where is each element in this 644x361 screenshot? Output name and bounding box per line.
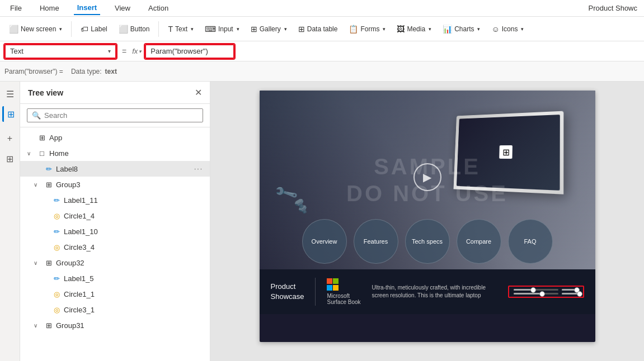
text-button[interactable]: T Text ▾ <box>163 22 198 36</box>
ms-logo-yellow <box>333 285 339 291</box>
tree-item-group31[interactable]: ∨ ⊞ Group31 <box>20 317 210 333</box>
more-options-icon[interactable]: ··· <box>194 165 203 173</box>
menu-bar: File Home Insert View Action Product Sho… <box>0 0 644 17</box>
slider-thumb-2b[interactable] <box>577 291 582 297</box>
forms-button[interactable]: 📋 Forms ▾ <box>344 22 390 36</box>
hamburger-icon[interactable]: ☰ <box>2 86 18 102</box>
formula-value: Param("browser") <box>151 47 208 55</box>
ms-branding: MicrosoftSurface Book <box>327 278 360 305</box>
sidebar-search: 🔍 <box>20 104 210 127</box>
info-data-type-value: text <box>105 68 117 75</box>
search-icon: 🔍 <box>32 111 41 120</box>
data-icon[interactable]: ⊞ <box>2 151 18 167</box>
sidebar: Tree view ✕ 🔍 ⊞ App ∨ □ Home <box>20 82 210 361</box>
fx-dropdown-icon[interactable]: ▾ <box>139 49 142 54</box>
nav-features[interactable]: Features <box>354 219 398 264</box>
tree-item-app[interactable]: ⊞ App <box>20 130 210 145</box>
plus-icon[interactable]: + <box>2 131 18 146</box>
sidebar-header: Tree view ✕ <box>20 82 210 104</box>
menu-file[interactable]: File <box>7 2 25 15</box>
button-button[interactable]: ⬜ Button <box>114 22 154 36</box>
product-title: Product Showcase <box>271 282 304 302</box>
play-button[interactable]: ▶ <box>413 163 441 191</box>
formula-bar: Text ▾ = fx ▾ Param("browser") <box>0 41 644 61</box>
label-button[interactable]: 🏷 Label <box>76 22 111 36</box>
data-table-icon: ⊞ <box>298 25 305 34</box>
layers-icon[interactable]: ⊞ <box>2 106 18 122</box>
nav-overview[interactable]: Overview <box>302 219 347 264</box>
tree-item-label1-11[interactable]: ✏ Label1_11 <box>20 192 210 208</box>
text-dropdown-icon: ▾ <box>191 26 194 32</box>
formula-fx[interactable]: fx ▾ <box>132 47 142 55</box>
toolbar-separator-2 <box>158 21 159 37</box>
chevron-icon: ∨ <box>34 260 41 266</box>
media-dropdown-icon: ▾ <box>429 26 431 32</box>
group-icon: ⊞ <box>44 321 54 330</box>
property-selector[interactable]: Text ▾ <box>4 44 116 59</box>
search-input[interactable] <box>44 111 198 120</box>
tree-item-group3[interactable]: ∨ ⊞ Group3 <box>20 177 210 192</box>
input-icon: ⌨ <box>205 25 216 34</box>
label-icon: ✏ <box>51 227 62 236</box>
slider-controls <box>508 286 584 298</box>
tools-decoration2: 🔩 <box>292 197 310 215</box>
formula-input[interactable]: Param("browser") <box>145 44 234 59</box>
tree-view: ⊞ App ∨ □ Home ✏ Label8 ··· ∨ ⊞ Group3 <box>20 127 210 361</box>
input-button[interactable]: ⌨ Input ▾ <box>200 22 244 36</box>
slider-row-2 <box>514 293 579 294</box>
property-dropdown-icon[interactable]: ▾ <box>108 48 111 54</box>
chevron-icon: ∨ <box>34 182 41 188</box>
tree-item-circle3-1[interactable]: ◎ Circle3_1 <box>20 302 210 317</box>
tree-item-label1-10[interactable]: ✏ Label1_10 <box>20 224 210 239</box>
ms-logo-blue <box>327 285 332 291</box>
product-bottom-bar: Product Showcase MicrosoftSurface Book U <box>260 269 595 314</box>
tree-item-label8[interactable]: ✏ Label8 ··· <box>20 161 210 177</box>
tree-item-label: Home <box>49 149 203 158</box>
charts-button[interactable]: 📊 Charts ▾ <box>438 22 485 36</box>
sidebar-close-button[interactable]: ✕ <box>195 87 202 98</box>
search-box[interactable]: 🔍 <box>27 108 203 122</box>
slider-track-1b[interactable] <box>562 289 579 291</box>
new-screen-icon: ⬜ <box>9 25 18 34</box>
new-screen-button[interactable]: ⬜ New screen ▾ <box>4 22 67 36</box>
slider-track-2[interactable] <box>514 293 558 294</box>
nav-circles: Overview Features Tech specs Compare FAQ <box>260 219 595 264</box>
tree-item-circle1-4[interactable]: ◎ Circle1_4 <box>20 208 210 224</box>
media-button[interactable]: 🖼 Media ▾ <box>392 22 436 36</box>
tree-item-label: Group31 <box>56 321 203 330</box>
menu-action[interactable]: Action <box>145 2 172 15</box>
nav-faq[interactable]: FAQ <box>508 219 553 264</box>
tree-item-group32[interactable]: ∨ ⊞ Group32 <box>20 255 210 270</box>
slider-track-2b[interactable] <box>562 293 579 294</box>
icons-icon: ☺ <box>491 25 499 34</box>
tree-item-label: Label8 <box>56 165 192 173</box>
app-icon: ⊞ <box>37 134 47 142</box>
slider-thumb-1[interactable] <box>530 287 536 293</box>
menu-view[interactable]: View <box>111 2 134 15</box>
tree-item-label: Circle3_4 <box>64 243 203 251</box>
fx-label: fx <box>132 47 138 55</box>
data-table-button[interactable]: ⊞ Data table <box>294 22 342 36</box>
text-icon: T <box>168 25 173 34</box>
slider-thumb-2[interactable] <box>539 291 545 297</box>
label-icon: ✏ <box>44 165 54 173</box>
slider-fill-1b <box>562 289 575 291</box>
toolbar-separator-1 <box>71 21 72 37</box>
nav-tech-specs[interactable]: Tech specs <box>405 219 450 264</box>
button-icon: ⬜ <box>119 25 128 34</box>
tree-item-home[interactable]: ∨ □ Home <box>20 145 210 161</box>
nav-compare[interactable]: Compare <box>457 219 501 264</box>
tree-item-label1-5[interactable]: ✏ Label1_5 <box>20 270 210 286</box>
tree-item-circle1-1[interactable]: ◎ Circle1_1 <box>20 286 210 302</box>
tree-item-circle3-4[interactable]: ◎ Circle3_4 <box>20 239 210 255</box>
windows-logo: ⊞ <box>499 145 513 159</box>
menu-home[interactable]: Home <box>36 2 63 15</box>
icons-button[interactable]: ☺ Icons ▾ <box>487 22 528 36</box>
info-bar: Param("browser") = Data type: text <box>0 61 644 82</box>
menu-insert[interactable]: Insert <box>74 1 100 15</box>
icons-dropdown-icon: ▾ <box>521 26 524 32</box>
slider-track-1[interactable] <box>514 289 558 291</box>
group-icon: ⊞ <box>44 259 54 267</box>
gallery-button[interactable]: ⊞ Gallery ▾ <box>246 22 292 36</box>
toolbar: ⬜ New screen ▾ 🏷 Label ⬜ Button T Text ▾… <box>0 17 644 41</box>
